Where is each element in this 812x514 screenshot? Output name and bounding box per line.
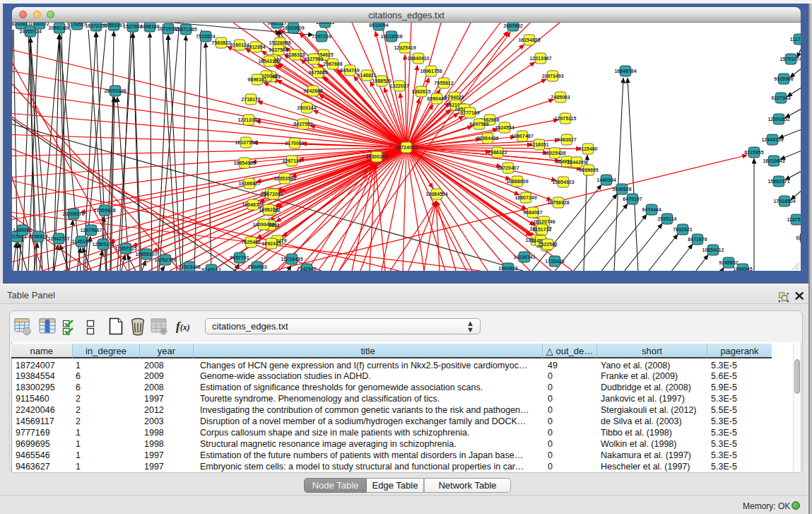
svg-text:7357234: 7357234 [312,34,331,39]
svg-text:7242540: 7242540 [297,267,316,271]
svg-text:16543382: 16543382 [258,59,280,64]
svg-text:15692971: 15692971 [767,179,789,184]
svg-text:12975115: 12975115 [555,116,577,121]
svg-text:9146821: 9146821 [357,73,376,78]
svg-text:1322037: 1322037 [389,83,408,88]
svg-text:1117702: 1117702 [790,37,801,42]
svg-text:12444159: 12444159 [761,137,783,142]
svg-text:8912954: 8912954 [246,45,265,49]
svg-text:1156829: 1156829 [29,234,48,239]
svg-text:12353594: 12353594 [273,176,295,181]
svg-text:8471676: 8471676 [688,237,707,242]
svg-text:9245012: 9245012 [201,267,220,271]
svg-text:1104511: 1104511 [316,23,335,25]
svg-text:3170081: 3170081 [285,141,304,146]
svg-text:1692435: 1692435 [261,241,281,246]
svg-text:1151722: 1151722 [533,227,552,232]
svg-text:18724007: 18724007 [395,145,417,150]
svg-text:19166827: 19166827 [238,181,260,186]
svg-text:9899695: 9899695 [579,168,598,173]
svg-text:6479197: 6479197 [623,197,642,201]
svg-text:10958107: 10958107 [135,252,157,257]
svg-text:19384554: 19384554 [425,192,447,197]
svg-text:24055724: 24055724 [19,29,41,34]
svg-text:16120746: 16120746 [533,219,555,224]
svg-text:19756928: 19756928 [547,200,569,205]
svg-text:10046726: 10046726 [242,202,264,207]
svg-text:9457791: 9457791 [230,255,249,260]
svg-text:10973493: 10973493 [541,74,563,78]
svg-text:1498224: 1498224 [259,207,278,212]
svg-text:14099489: 14099489 [252,222,274,227]
svg-text:16154838: 16154838 [518,37,540,42]
svg-text:1733426: 1733426 [545,259,564,264]
svg-text:7986322: 7986322 [488,150,507,155]
svg-text:1440954: 1440954 [596,177,616,182]
svg-text:9777169: 9777169 [460,110,479,115]
svg-text:8427552: 8427552 [293,122,312,127]
svg-text:3675685: 3675685 [308,70,327,75]
svg-text:9084067: 9084067 [523,210,542,215]
svg-text:9227343: 9227343 [771,95,790,100]
svg-text:9327506: 9327506 [269,47,288,52]
svg-text:16033809: 16033809 [282,25,304,30]
svg-text:9245652: 9245652 [719,260,738,265]
svg-text:1904503: 1904503 [247,264,266,269]
svg-text:5938928: 5938928 [612,187,631,192]
svg-text:8186328: 8186328 [286,52,305,57]
svg-text:10654112: 10654112 [702,247,724,252]
svg-text:2522540: 2522540 [538,242,557,247]
svg-text:10807487: 10807487 [511,134,533,139]
svg-text:7563822: 7563822 [211,40,230,45]
svg-text:18807249: 18807249 [514,195,536,200]
svg-text:17957225: 17957225 [114,246,136,251]
svg-text:7625402: 7625402 [241,240,260,245]
svg-text:1167533: 1167533 [787,217,801,222]
svg-text:12923448: 12923448 [178,264,200,269]
svg-text:16961758: 16961758 [420,69,442,74]
svg-text:1064822: 1064822 [498,266,517,271]
svg-text:7485063: 7485063 [551,95,570,100]
svg-text:8215955: 8215955 [744,150,763,155]
svg-text:16210643: 16210643 [763,158,784,163]
svg-text:7955812: 7955812 [434,81,453,86]
svg-text:28053346: 28053346 [104,88,126,93]
svg-text:12213967: 12213967 [529,56,551,61]
svg-text:15720407: 15720407 [497,165,519,170]
svg-text:6497568: 6497568 [469,122,488,127]
svg-text:1485061: 1485061 [13,228,32,233]
svg-text:3267130: 3267130 [282,158,301,163]
svg-text:9174527: 9174527 [67,23,86,27]
svg-text:13975867: 13975867 [80,228,102,233]
svg-text:20364436: 20364436 [476,136,498,141]
svg-text:18300295: 18300295 [365,154,387,159]
svg-text:17359928: 17359928 [93,208,115,213]
svg-text:15716485: 15716485 [281,257,302,262]
svg-text:9245012: 9245012 [796,235,801,240]
svg-text:10107553: 10107553 [235,140,257,145]
svg-text:16648784: 16648784 [614,69,636,74]
svg-text:9474444: 9474444 [642,207,661,212]
svg-text:17016504: 17016504 [773,199,795,204]
svg-text:8990448: 8990448 [427,96,446,101]
svg-text:12505135: 12505135 [92,242,114,247]
svg-text:19654923: 19654923 [552,180,574,185]
svg-text:1588520: 1588520 [372,78,391,83]
svg-text:12325419: 12325419 [394,45,416,50]
svg-text:10688609: 10688609 [506,179,528,184]
svg-text:7515524: 7515524 [196,34,215,39]
svg-text:20206576: 20206576 [62,211,84,216]
svg-text:1362615: 1362615 [411,89,430,94]
svg-text:8813054: 8813054 [369,23,388,28]
svg-text:10553267: 10553267 [102,23,124,28]
svg-text:1035572: 1035572 [30,23,49,26]
svg-text:9463627: 9463627 [557,137,576,142]
svg-text:6216051: 6216051 [529,142,548,147]
svg-text:12213383: 12213383 [237,117,259,122]
svg-text:8454749: 8454749 [340,68,359,73]
svg-text:9115460: 9115460 [579,146,598,151]
svg-text:8235811: 8235811 [12,23,31,26]
svg-text:2718176: 2718176 [241,97,260,102]
svg-text:12942757: 12942757 [47,236,69,241]
svg-text:14136141: 14136141 [513,255,535,259]
